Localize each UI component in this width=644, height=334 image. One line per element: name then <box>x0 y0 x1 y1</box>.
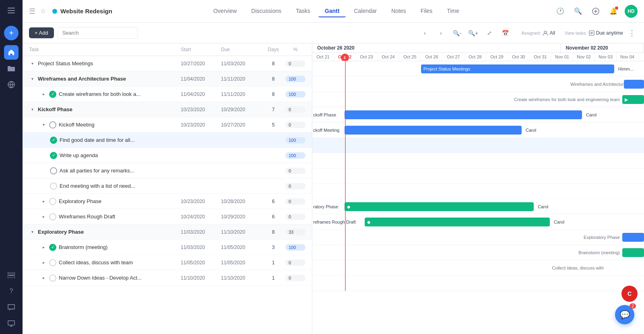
gantt-row-0: Project Status Meetings Himm... <box>312 61 644 77</box>
task-start: 11/10/2020 <box>181 275 221 281</box>
task-check-done[interactable]: ✓ <box>50 137 57 144</box>
task-percent: 0 <box>285 122 305 128</box>
global-add-button[interactable]: + <box>4 26 19 40</box>
day-oct22-today: Oct 22 2 <box>334 53 356 61</box>
bell-icon-btn[interactable]: 🔔 <box>607 5 620 18</box>
sidebar-globe-icon[interactable] <box>4 77 19 92</box>
task-name: ▾ Project Status Meetings <box>29 60 181 67</box>
task-row[interactable]: ▾ Project Status Meetings 10/27/2020 11/… <box>23 56 312 71</box>
hamburger-icon[interactable] <box>4 3 19 18</box>
gantt-bar-project-status: Project Status Meetings <box>421 64 614 73</box>
gantt-row-12: Brainstorm (meeting) <box>312 245 644 260</box>
expand-icon[interactable]: ▸ <box>40 259 47 266</box>
task-check[interactable] <box>49 259 56 266</box>
task-percent: 0 <box>285 168 305 174</box>
task-row[interactable]: ▾ Kickoff Phase 10/23/2020 10/29/2020 7 … <box>23 102 312 117</box>
task-name-text: End meeting with a list of need... <box>60 183 135 189</box>
gantt-bar-kickoff-meeting <box>345 126 522 135</box>
task-row[interactable]: ✓ Find good date and time for all... 100 <box>23 133 312 148</box>
task-check[interactable] <box>49 213 56 220</box>
svg-point-13 <box>544 31 547 33</box>
tab-discussions[interactable]: Discussions <box>245 5 288 17</box>
svg-rect-2 <box>8 12 15 13</box>
sidebar-home-icon[interactable] <box>4 45 19 60</box>
task-check-partial[interactable] <box>50 167 57 174</box>
menu-icon[interactable]: ☰ <box>29 7 35 16</box>
sidebar-chat-icon[interactable] <box>4 300 19 315</box>
task-row[interactable]: ▾ Wireframes and Architecture Phase 11/0… <box>23 71 312 87</box>
tab-overview[interactable]: Overview <box>207 5 243 17</box>
task-row[interactable]: End meeting with a list of need... 0 <box>23 178 312 194</box>
task-row[interactable]: ▾ Exploratory Phase 11/03/2020 11/10/202… <box>23 224 312 240</box>
day-nov03: Nov 03 <box>595 53 617 61</box>
task-due: 11/05/2020 <box>221 260 261 266</box>
tab-calendar[interactable]: Calendar <box>347 5 383 17</box>
expand-icon[interactable]: ▾ <box>29 60 35 67</box>
sidebar-keyboard-icon[interactable] <box>4 268 19 282</box>
chat-float-button[interactable]: 💬 2 <box>615 305 634 324</box>
expand-icon[interactable]: ▾ <box>29 106 35 113</box>
expand-icon[interactable]: ▸ <box>40 198 47 205</box>
zoom-in-btn[interactable]: 🔍+ <box>467 27 480 39</box>
expand-icon[interactable]: ▾ <box>29 76 35 82</box>
add-button[interactable]: + Add <box>29 27 54 38</box>
task-days: 8 <box>261 91 285 97</box>
task-row[interactable]: ▸ Narrow Down Ideas - Develop Act... 11/… <box>23 270 312 286</box>
more-options-btn[interactable]: ⋮ <box>626 27 638 39</box>
task-row[interactable]: Ask all parties for any remarks... 0 <box>23 163 312 178</box>
task-row[interactable]: ▸ Exploratory Phase 10/23/2020 10/28/202… <box>23 194 312 209</box>
task-days: 8 <box>261 61 285 66</box>
sidebar-help-icon[interactable]: ? <box>4 284 19 299</box>
task-start: 10/24/2020 <box>181 214 221 220</box>
task-percent: 33 <box>285 229 305 235</box>
search-input[interactable] <box>57 27 138 39</box>
expand-icon[interactable]: ▾ <box>29 229 35 235</box>
tab-files[interactable]: Files <box>414 5 439 17</box>
day-nov04: Nov 04 <box>617 53 638 61</box>
expand-icon[interactable]: ▸ <box>40 91 47 98</box>
task-percent: 0 <box>285 198 305 205</box>
left-sidebar: + ? <box>0 0 23 334</box>
task-check-done[interactable]: ✓ <box>49 91 56 98</box>
sidebar-monitor-icon[interactable] <box>4 316 19 331</box>
task-check[interactable] <box>50 183 57 190</box>
search-icon-btn[interactable]: 🔍 <box>572 5 584 18</box>
next-btn[interactable]: › <box>435 27 448 39</box>
task-check[interactable] <box>49 274 56 282</box>
svg-rect-8 <box>12 274 13 274</box>
expand-icon[interactable]: ▸ <box>40 275 47 281</box>
task-row[interactable]: ▸ ✓ Create wireframes for both look a...… <box>23 87 312 102</box>
task-check-partial[interactable] <box>49 121 56 129</box>
task-row[interactable]: ▸ Wireframes Rough Draft 10/24/2020 10/2… <box>23 209 312 224</box>
expand-icon[interactable]: ▾ <box>40 122 47 128</box>
gantt-row-3: ckoff Phase Carol <box>312 107 644 122</box>
prev-btn[interactable]: ‹ <box>419 27 431 39</box>
tab-notes[interactable]: Notes <box>385 5 413 17</box>
gantt-month-row: October 26 2020 November 02 2020 <box>312 44 644 53</box>
task-percent: 0 <box>285 60 305 67</box>
tab-tasks[interactable]: Tasks <box>289 5 317 17</box>
tab-time[interactable]: Time <box>440 5 466 17</box>
task-check-done[interactable]: ✓ <box>49 244 56 251</box>
tab-gantt[interactable]: Gantt <box>318 5 346 17</box>
task-check[interactable] <box>49 198 56 205</box>
task-check-done[interactable]: ✓ <box>50 152 57 159</box>
svg-rect-10 <box>8 275 14 276</box>
sidebar-folder-icon[interactable] <box>4 61 19 76</box>
task-due: 11/11/2020 <box>221 76 261 82</box>
task-row[interactable]: ▸ ✓ Brainstorm (meeting) 11/03/2020 11/0… <box>23 240 312 255</box>
clock-icon-btn[interactable]: 🕐 <box>554 5 567 18</box>
add-icon-btn[interactable] <box>589 5 602 18</box>
task-row[interactable]: ▾ Kickoff Meeting 10/23/2020 10/27/2020 … <box>23 117 312 133</box>
calendar-btn[interactable]: 📅 <box>499 27 512 39</box>
task-row[interactable]: ✓ Write up agenda 100 <box>23 148 312 163</box>
task-row[interactable]: ▸ Collect ideas, discuss with team 11/05… <box>23 255 312 270</box>
zoom-out-btn[interactable]: 🔍- <box>451 27 464 39</box>
user-avatar[interactable]: HD <box>625 5 638 18</box>
expand-btn[interactable]: ⤢ <box>483 27 496 39</box>
expand-icon[interactable]: ▸ <box>40 244 47 251</box>
gantt-row-6 <box>312 153 644 168</box>
red-user-avatar[interactable]: C <box>621 286 638 302</box>
expand-icon[interactable]: ▸ <box>40 214 47 220</box>
favorite-icon[interactable]: ☆ <box>40 7 46 15</box>
